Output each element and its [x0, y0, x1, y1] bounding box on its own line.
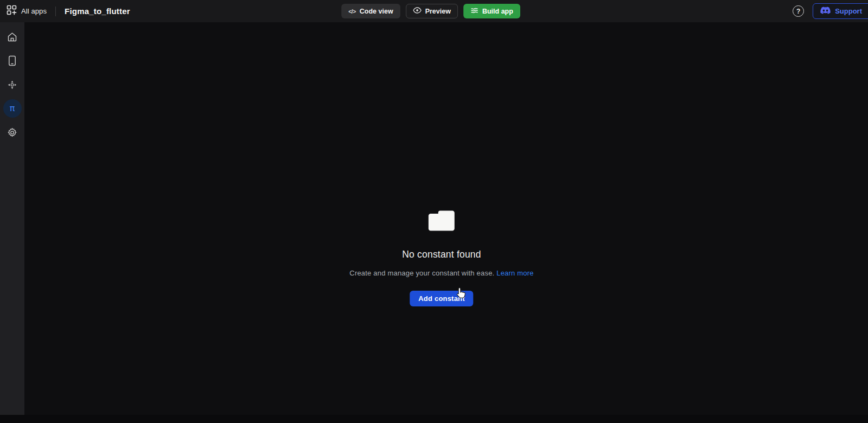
code-icon: </>	[348, 8, 356, 15]
empty-state-description: Create and manage your constant with eas…	[349, 269, 533, 277]
all-apps-button[interactable]: All apps	[7, 5, 47, 17]
topbar-right-group: ? Support	[793, 0, 868, 22]
all-apps-label: All apps	[21, 7, 47, 15]
sidebar: π	[0, 22, 24, 415]
empty-state-description-text: Create and manage your constant with eas…	[349, 269, 494, 277]
preview-label: Preview	[425, 8, 451, 15]
bottom-strip	[0, 415, 868, 423]
learn-more-link[interactable]: Learn more	[496, 269, 533, 277]
topbar-divider	[55, 7, 56, 16]
settings-gear-icon	[7, 127, 17, 138]
discord-icon	[820, 7, 831, 16]
add-constant-button[interactable]: Add constant	[410, 291, 473, 306]
folder-icon	[428, 210, 455, 231]
preview-button[interactable]: Preview	[406, 4, 458, 18]
apps-grid-plus-icon	[7, 5, 17, 17]
help-glyph: ?	[796, 8, 800, 15]
sidebar-item-integrations[interactable]	[3, 75, 22, 94]
topbar-actions: </> Code view Preview Build app	[341, 0, 520, 22]
project-title: Figma_to_flutter	[65, 7, 130, 16]
support-label: Support	[835, 7, 862, 15]
pi-constants-icon: π	[10, 104, 15, 113]
code-view-button[interactable]: </> Code view	[341, 4, 400, 18]
help-icon[interactable]: ?	[793, 5, 804, 17]
eye-icon	[413, 7, 422, 15]
empty-state-title: No constant found	[402, 249, 481, 260]
topbar-left-group: All apps Figma_to_flutter	[0, 5, 130, 17]
sidebar-item-device[interactable]	[3, 52, 22, 70]
sidebar-item-settings[interactable]	[3, 123, 22, 142]
code-view-label: Code view	[360, 8, 393, 15]
build-stack-icon	[470, 7, 478, 16]
sidebar-item-constants[interactable]: π	[3, 99, 22, 118]
mobile-device-icon	[8, 55, 16, 66]
sidebar-item-home[interactable]	[3, 28, 22, 46]
empty-state: No constant found Create and manage your…	[349, 210, 533, 306]
support-button[interactable]: Support	[813, 3, 868, 19]
build-app-label: Build app	[482, 8, 513, 15]
topbar: All apps Figma_to_flutter </> Code view …	[0, 0, 868, 22]
home-icon	[7, 32, 17, 42]
build-app-button[interactable]: Build app	[463, 4, 520, 18]
integration-cross-icon	[7, 80, 17, 90]
